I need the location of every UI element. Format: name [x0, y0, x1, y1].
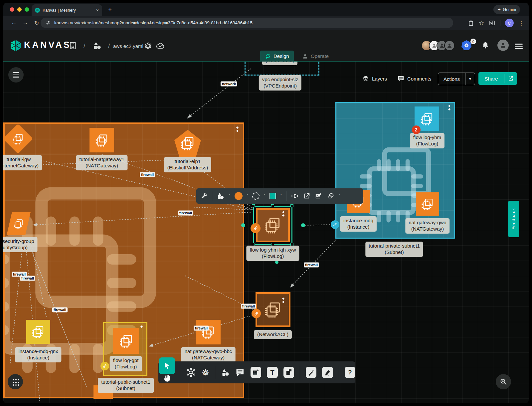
edge-connector-dot[interactable]: [275, 261, 278, 264]
close-window-button[interactable]: [10, 7, 14, 12]
canvas-menu-button[interactable]: [8, 67, 24, 83]
chevron-up-icon[interactable]: ˆ: [229, 194, 231, 198]
text-tool-button[interactable]: T: [267, 367, 277, 378]
user-profile-avatar[interactable]: [497, 40, 509, 51]
layers-button[interactable]: Layers: [362, 75, 387, 82]
notifications-bell-icon[interactable]: [481, 41, 489, 49]
node-label-tutorial-eip1[interactable]: tutorial-eip1(ElasticIPAddress): [164, 157, 211, 172]
fill-color-swatch[interactable]: [235, 192, 243, 200]
mode-tab-design[interactable]: Design: [260, 51, 294, 62]
selection-handle[interactable]: [271, 204, 274, 207]
workspace-shapes-icon[interactable]: [92, 41, 102, 50]
component-circuit-tool-icon[interactable]: [186, 367, 196, 377]
edge-label-firewall[interactable]: firewall: [304, 263, 319, 268]
browser-profile-avatar[interactable]: C: [505, 19, 514, 27]
selection-handle[interactable]: [290, 204, 293, 207]
open-external-icon[interactable]: [303, 192, 310, 200]
flow-log-link-badge[interactable]: [251, 223, 261, 233]
url-bar[interactable]: kanvas.new/extension/meshmap?mode=design…: [41, 18, 453, 28]
edge-connector-dot[interactable]: [301, 223, 305, 227]
actions-button[interactable]: Actions ▼: [438, 73, 475, 85]
border-style-picker[interactable]: [252, 192, 260, 200]
minimize-window-button[interactable]: [17, 7, 22, 12]
node-label-nat-gateway-qwo[interactable]: nat gateway-qwo(NATGateway): [405, 218, 449, 234]
node-label-tutorial-security-group[interactable]: tutorial-security-group(SecurityGroup): [3, 237, 38, 252]
design-file-name[interactable]: aws ec2.yaml: [113, 43, 143, 49]
save-page-icon[interactable]: [468, 20, 474, 26]
bookmark-star-icon[interactable]: ☆: [479, 19, 484, 27]
widgets-grid-button[interactable]: [8, 374, 23, 389]
actions-caret-icon[interactable]: ▼: [465, 77, 475, 81]
mode-tab-operate[interactable]: Operate: [297, 51, 333, 62]
private-subnet-link-badge[interactable]: [331, 220, 339, 229]
tab-close-icon[interactable]: ×: [96, 8, 99, 13]
chevron-up-icon[interactable]: ˆ: [264, 194, 266, 198]
comment-tool-icon[interactable]: [235, 367, 245, 377]
kanvas-logo[interactable]: [9, 39, 22, 52]
comments-button[interactable]: Comments: [397, 75, 432, 82]
node-tutorial-natgateway1-icon[interactable]: [89, 128, 114, 152]
feedback-tab[interactable]: Feedback: [508, 201, 519, 237]
browser-tab[interactable]: Kanvas | Meshery ×: [32, 4, 102, 16]
node-label-networkacl[interactable]: (NetworkACL): [254, 330, 292, 339]
side-panel-search-icon[interactable]: [489, 20, 495, 26]
edge-label-firewall[interactable]: firewall: [52, 307, 68, 312]
node-label-vpc-endpoint[interactable]: vpc endpoint-slz(VPCEndpoint): [259, 75, 301, 91]
design-canvas[interactable]: (RouteTable) vpc endpoint-slz(VPCEndpoin…: [3, 62, 529, 403]
group-circles-icon[interactable]: [327, 192, 335, 200]
collaborator-avatar[interactable]: [444, 40, 455, 51]
node-label-tutorial-private-subnet1[interactable]: tutorial-private-subnet1(Subnet): [365, 242, 423, 257]
shapes-picker-icon[interactable]: [217, 192, 225, 200]
edge-label-firewall[interactable]: firewall: [194, 326, 209, 331]
node-networkacl-icon[interactable]: [256, 292, 290, 327]
share-button[interactable]: Share: [478, 72, 517, 85]
kubernetes-tool-icon[interactable]: ☸: [202, 368, 209, 377]
image-tool-button[interactable]: [251, 367, 261, 378]
node-instance-mdq-gnx-icon[interactable]: [26, 320, 50, 344]
node-label-tutorial-public-subnet1[interactable]: tutorial-public-subnet1(Subnet): [98, 378, 154, 393]
pencil-tool-button[interactable]: [322, 367, 333, 378]
url-text[interactable]: kanvas.new/extension/meshmap?mode=design…: [54, 20, 253, 25]
new-tab-button[interactable]: +: [108, 6, 112, 13]
help-tool-button[interactable]: ?: [345, 367, 355, 378]
edge-label-firewall[interactable]: firewall: [178, 211, 193, 216]
node-nat-gateway-qwo-bbc-icon[interactable]: [196, 320, 221, 344]
site-settings-icon[interactable]: [45, 20, 51, 26]
node-label-routetable[interactable]: (RouteTable): [262, 62, 297, 65]
pan-hand-tool-button[interactable]: [163, 374, 172, 384]
pen-tool-button[interactable]: [306, 367, 316, 378]
edge-label-firewall[interactable]: firewall: [20, 276, 35, 281]
kubernetes-context-icon[interactable]: ☸: [461, 40, 471, 50]
back-icon[interactable]: ←: [9, 20, 19, 26]
node-label-flow-log-yhm[interactable]: flow log-yhm(FlowLog): [410, 133, 444, 148]
share-link-icon[interactable]: [508, 76, 514, 82]
node-label-instance-mdq-gnx[interactable]: instance-mdq-gnx(Instance): [15, 347, 61, 362]
note-tool-button[interactable]: [283, 367, 294, 378]
select-tool-button[interactable]: [159, 357, 175, 374]
gemini-button[interactable]: ✦ Gemini: [493, 5, 520, 14]
maximize-window-button[interactable]: [25, 7, 29, 12]
node-label-nat-gateway-qwo-bbc[interactable]: nat gateway-qwo-bbc(NATGateway): [181, 347, 236, 362]
node-nat-gateway-qwo-icon[interactable]: [416, 192, 439, 216]
tools-wrench-icon[interactable]: [200, 192, 208, 200]
cloud-sync-icon[interactable]: [156, 41, 165, 51]
browser-menu-icon[interactable]: ⋮: [518, 20, 524, 27]
flow-log-gpt-link-badge[interactable]: [100, 362, 109, 370]
node-label-instance-mdq[interactable]: instance-mdq(Instance): [340, 216, 377, 232]
flow-log-yhm-count-badge[interactable]: 2: [412, 125, 421, 134]
header-menu-icon[interactable]: [515, 42, 523, 50]
networkacl-link-badge[interactable]: [252, 309, 261, 318]
add-image-icon[interactable]: [315, 192, 322, 200]
chevron-up-icon[interactable]: ˆ: [247, 194, 249, 198]
node-label-tutorial-igw[interactable]: tutorial-igw(InternetGateway): [3, 155, 42, 170]
chevron-up-icon[interactable]: ˆ: [280, 194, 282, 198]
shapes-tool-icon[interactable]: [221, 368, 230, 377]
node-label-flow-log-gpt[interactable]: flow log-gpt(FlowLog): [110, 356, 142, 371]
extensions-flower-icon[interactable]: [144, 42, 152, 50]
organization-icon[interactable]: [69, 41, 77, 50]
edge-label-firewall[interactable]: firewall: [140, 172, 155, 177]
collaborator-avatars[interactable]: [424, 40, 455, 51]
node-label-flow-log-yhm-kjh-xyw[interactable]: flow log-yhm-kjh-xyw(FlowLog): [246, 246, 299, 261]
selection-handle[interactable]: [252, 204, 255, 207]
rename-text-width-icon[interactable]: [291, 192, 299, 200]
